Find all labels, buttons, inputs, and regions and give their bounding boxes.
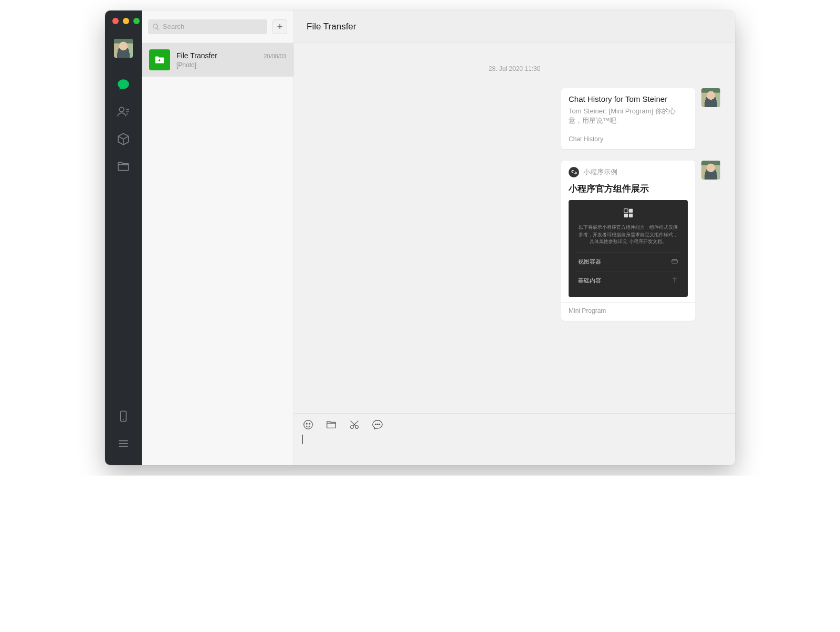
svg-point-13 — [377, 424, 378, 425]
card-divider — [561, 302, 695, 303]
svg-point-9 — [309, 423, 310, 424]
svg-rect-5 — [628, 214, 632, 217]
nav-sidebar — [105, 10, 142, 465]
screenshot-button[interactable] — [349, 419, 360, 430]
nav-chat[interactable] — [111, 72, 135, 97]
card-title: Chat History for Tom Steiner — [569, 94, 688, 103]
card-footer: Mini Program — [569, 307, 688, 314]
folder-tool-icon — [326, 419, 337, 430]
mini-program-preview: 以下将展示小程序官方组件能力，组件样式仅供参考，开发者可根据自身需求自定义组件样… — [569, 200, 688, 297]
nav-phone[interactable] — [111, 404, 135, 428]
message-row: Chat History for Tom Steiner Tom Steiner… — [309, 88, 720, 149]
conversation-preview: [Photo] — [176, 61, 286, 69]
emoji-button[interactable] — [302, 419, 314, 430]
cube-icon — [117, 132, 130, 146]
mini-program-row-label: 视图容器 — [578, 258, 601, 266]
user-avatar[interactable] — [114, 39, 133, 58]
conversation-list: + File Transfer 20/08/03 [Photo] — [142, 10, 294, 465]
search-field-wrap[interactable] — [148, 19, 267, 34]
menu-icon — [117, 437, 130, 450]
conversation-header: + — [142, 10, 293, 43]
text-input-cursor[interactable] — [302, 435, 303, 444]
svg-rect-4 — [624, 214, 627, 217]
close-window-button[interactable] — [112, 18, 119, 24]
svg-point-8 — [306, 423, 307, 424]
search-input[interactable] — [163, 23, 263, 30]
maximize-window-button[interactable] — [133, 18, 140, 24]
card-divider — [561, 131, 695, 131]
svg-rect-2 — [624, 209, 627, 213]
card-footer: Chat History — [569, 135, 688, 143]
svg-point-0 — [119, 107, 124, 112]
phone-icon — [117, 409, 130, 423]
chat-area: File Transfer 28. Jul 2020 11:30 Chat Hi… — [294, 10, 735, 465]
mini-program-logo — [569, 167, 579, 177]
chat-timestamp: 28. Jul 2020 11:30 — [309, 65, 720, 72]
folder-arrow-icon — [154, 54, 165, 66]
nav-files[interactable] — [111, 154, 135, 178]
chat-body[interactable]: 28. Jul 2020 11:30 Chat History for Tom … — [294, 43, 735, 413]
conversation-item[interactable]: File Transfer 20/08/03 [Photo] — [142, 43, 293, 77]
text-icon — [671, 277, 678, 284]
mini-program-row-label: 基础内容 — [578, 277, 601, 285]
minimize-window-button[interactable] — [123, 18, 129, 24]
mini-program-icon — [571, 169, 577, 175]
message-avatar[interactable] — [701, 88, 720, 107]
nav-contacts[interactable] — [111, 100, 135, 124]
chat-bubble-icon — [117, 78, 130, 91]
svg-point-11 — [355, 426, 359, 429]
mini-program-row: 视图容器 — [576, 252, 680, 271]
nav-favorites[interactable] — [111, 127, 135, 151]
search-icon — [152, 23, 160, 30]
file-button[interactable] — [326, 419, 337, 430]
svg-point-10 — [351, 426, 354, 429]
mini-program-card[interactable]: 小程序示例 小程序官方组件展示 以下将展示小程序官方组件能力，组件样式仅供参考，… — [561, 161, 695, 321]
dots-bubble-icon — [372, 419, 383, 430]
chat-header: File Transfer — [294, 10, 735, 43]
conversation-title: File Transfer — [176, 51, 217, 60]
folder-icon — [117, 160, 130, 173]
app-window: + File Transfer 20/08/03 [Photo] File Tr… — [105, 10, 735, 465]
chat-title: File Transfer — [307, 22, 356, 32]
container-icon — [671, 258, 678, 265]
message-avatar[interactable] — [701, 161, 720, 180]
chat-history-card[interactable]: Chat History for Tom Steiner Tom Steiner… — [561, 88, 695, 149]
svg-rect-3 — [628, 209, 632, 213]
contacts-icon — [117, 105, 130, 119]
svg-point-14 — [379, 424, 380, 425]
mini-program-title: 小程序官方组件展示 — [569, 183, 688, 195]
svg-point-12 — [375, 424, 376, 425]
svg-point-7 — [304, 420, 313, 429]
conversation-avatar — [149, 49, 170, 70]
mini-program-desc: 以下将展示小程序官方组件能力，组件样式仅供参考，开发者可根据自身需求自定义组件样… — [576, 224, 680, 246]
message-row: 小程序示例 小程序官方组件展示 以下将展示小程序官方组件能力，组件样式仅供参考，… — [309, 161, 720, 321]
smile-icon — [302, 419, 314, 430]
grid-icon — [623, 207, 634, 219]
mini-program-name: 小程序示例 — [583, 167, 617, 177]
chat-history-button[interactable] — [372, 419, 383, 430]
scissors-icon — [349, 419, 360, 430]
svg-rect-6 — [672, 260, 678, 264]
chat-input-section — [294, 413, 735, 465]
window-controls — [112, 18, 140, 24]
conversation-date: 20/08/03 — [264, 53, 286, 59]
add-button[interactable]: + — [272, 19, 287, 34]
card-subtitle: Tom Steiner: [Mini Program] 你的心意，用星说™吧 — [569, 107, 688, 125]
nav-menu[interactable] — [111, 431, 135, 456]
input-tools — [302, 419, 727, 430]
mini-program-row: 基础内容 — [576, 271, 680, 290]
